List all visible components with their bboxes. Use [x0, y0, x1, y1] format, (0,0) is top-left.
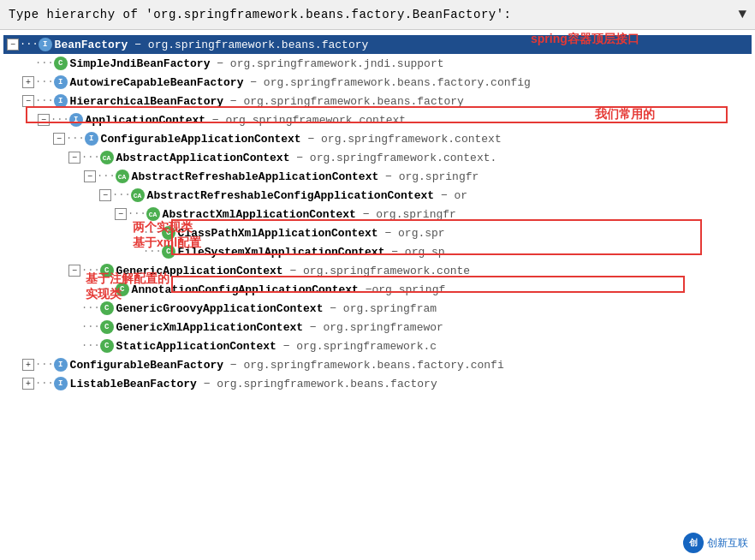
tree-row-bean-factory[interactable]: −···IBeanFactory − org.springframework.b…: [3, 35, 752, 54]
icon-abstract-app-context: CA: [100, 151, 114, 164]
icon-application-context: I: [69, 113, 83, 127]
expander-configurable-bean-factory[interactable]: +: [22, 359, 34, 371]
expander-abstract-refreshable-config[interactable]: −: [99, 189, 111, 201]
icon-configurable-app-context: I: [85, 132, 98, 146]
expander-abstract-refreshable[interactable]: −: [84, 170, 96, 182]
tree-row-autowire-capable[interactable]: +···IAutowireCapableBeanFactory − org.sp…: [3, 73, 752, 92]
tree-row-generic-app-context[interactable]: −···CGenericApplicationContext − org.spr…: [3, 261, 752, 280]
node-text-generic-app-context: GenericApplicationContext − org.springfr…: [116, 265, 470, 277]
icon-filesystem-xml: C: [162, 245, 175, 259]
node-text-bean-factory: BeanFactory − org.springframework.beans.…: [55, 39, 369, 51]
expander-abstract-xml[interactable]: −: [115, 208, 127, 220]
tree-row-generic-xml[interactable]: ···CGenericXmlApplicationContext − org.s…: [3, 318, 752, 337]
connector-hierarchical: ···: [35, 95, 54, 107]
connector-autowire-capable: ···: [35, 76, 54, 88]
icon-hierarchical: I: [54, 94, 68, 108]
tree-row-listable-bean-factory[interactable]: +···IListableBeanFactory − org.springfra…: [3, 374, 752, 393]
icon-static-app-context: C: [100, 339, 114, 353]
icon-generic-xml: C: [100, 320, 114, 334]
connector-bean-factory: ···: [20, 39, 39, 51]
node-text-generic-groovy: GenericGroovyApplicationContext − org.sp…: [116, 302, 437, 315]
node-text-static-app-context: StaticApplicationContext − org.springfra…: [116, 340, 437, 353]
expander-configurable-app-context[interactable]: −: [53, 133, 65, 145]
node-text-filesystem-xml: FileSystemXmlApplicationContext − org.sp: [178, 246, 445, 259]
icon-abstract-refreshable-config: CA: [131, 188, 145, 202]
expander-abstract-app-context[interactable]: −: [68, 152, 80, 164]
expander-listable-bean-factory[interactable]: +: [22, 378, 34, 390]
connector-annotation-config: ···: [97, 283, 116, 295]
tree-row-classpath-xml[interactable]: ···CClassPathXmlApplicationContext − org…: [3, 223, 752, 242]
icon-classpath-xml: C: [162, 226, 175, 240]
connector-abstract-refreshable: ···: [97, 170, 116, 182]
tree-row-simple-jndi[interactable]: ···CSimpleJndiBeanFactory − org.springfr…: [3, 54, 752, 73]
connector-application-context: ···: [51, 114, 69, 126]
connector-configurable-app-context: ···: [66, 133, 85, 145]
watermark: 创 创新互联: [683, 533, 748, 553]
node-text-generic-xml: GenericXmlApplicationContext − org.sprin…: [116, 321, 443, 334]
tree-row-hierarchical[interactable]: −···IHierarchicalBeanFactory − org.sprin…: [3, 92, 752, 110]
icon-configurable-bean-factory: I: [54, 358, 68, 372]
connector-abstract-app-context: ···: [81, 152, 100, 164]
header: Type hierarchy of 'org.springframework.b…: [0, 0, 755, 30]
expander-generic-app-context[interactable]: −: [68, 265, 80, 277]
expander-autowire-capable[interactable]: +: [22, 76, 34, 88]
node-text-abstract-xml: AbstractXmlApplicationContext − org.spri…: [163, 208, 456, 221]
connector-abstract-xml: ···: [128, 208, 146, 220]
connector-generic-xml: ···: [81, 321, 100, 333]
expander-application-context[interactable]: −: [38, 114, 50, 126]
tree-container: −···IBeanFactory − org.springframework.b…: [0, 30, 755, 557]
tree-row-filesystem-xml[interactable]: ···CFileSystemXmlApplicationContext − or…: [3, 242, 752, 261]
node-text-autowire-capable: AutowireCapableBeanFactory − org.springf…: [70, 76, 531, 89]
node-text-hierarchical: HierarchicalBeanFactory − org.springfram…: [70, 95, 464, 108]
node-text-configurable-bean-factory: ConfigurableBeanFactory − org.springfram…: [70, 359, 504, 372]
icon-listable-bean-factory: I: [54, 377, 68, 390]
node-text-annotation-config: AnnotationConfigApplicationContext −org.…: [132, 283, 446, 296]
watermark-icon: 创: [683, 533, 704, 553]
tree-row-annotation-config[interactable]: ···CAnnotationConfigApplicationContext −…: [3, 280, 752, 299]
node-text-simple-jndi: SimpleJndiBeanFactory − org.springframew…: [70, 57, 444, 70]
connector-configurable-bean-factory: ···: [35, 359, 54, 371]
tree-row-configurable-bean-factory[interactable]: +···IConfigurableBeanFactory − org.sprin…: [3, 355, 752, 374]
connector-generic-groovy: ···: [81, 302, 100, 314]
node-text-configurable-app-context: ConfigurableApplicationContext − org.spr…: [101, 133, 502, 146]
watermark-text: 创新互联: [707, 536, 748, 551]
expander-hierarchical[interactable]: −: [22, 95, 34, 107]
tree-row-application-context[interactable]: −···IApplicationContext − org.springfram…: [3, 110, 752, 129]
tree-row-static-app-context[interactable]: ···CStaticApplicationContext − org.sprin…: [3, 337, 752, 355]
connector-static-app-context: ···: [81, 340, 100, 352]
icon-abstract-refreshable: CA: [116, 170, 129, 183]
connector-classpath-xml: ···: [143, 227, 162, 239]
node-text-abstract-app-context: AbstractApplicationContext − org.springf…: [116, 152, 497, 164]
icon-generic-groovy: C: [100, 301, 114, 315]
tree-row-generic-groovy[interactable]: ···CGenericGroovyApplicationContext − or…: [3, 299, 752, 318]
node-text-classpath-xml: ClassPathXmlApplicationContext − org.spr: [178, 227, 445, 240]
header-title: Type hierarchy of 'org.springframework.b…: [9, 8, 512, 21]
node-text-abstract-refreshable: AbstractRefreshableApplicationContext − …: [132, 170, 479, 183]
node-text-application-context: ApplicationContext − org.springframework…: [86, 114, 406, 127]
connector-generic-app-context: ···: [81, 265, 100, 277]
node-text-abstract-refreshable-config: AbstractRefreshableConfigApplicationCont…: [147, 189, 467, 202]
connector-simple-jndi: ···: [35, 57, 54, 69]
icon-abstract-xml: CA: [146, 207, 160, 221]
icon-simple-jndi: C: [54, 57, 68, 70]
tree-row-configurable-app-context[interactable]: −···IConfigurableApplicationContext − or…: [3, 129, 752, 148]
header-arrow: ▼: [738, 7, 746, 22]
tree-row-abstract-app-context[interactable]: −···CAAbstractApplicationContext − org.s…: [3, 148, 752, 167]
tree-row-abstract-xml[interactable]: −···CAAbstractXmlApplicationContext − or…: [3, 205, 752, 223]
tree-row-abstract-refreshable-config[interactable]: −···CAAbstractRefreshableConfigApplicati…: [3, 186, 752, 205]
connector-abstract-refreshable-config: ···: [112, 189, 131, 201]
tree-row-abstract-refreshable[interactable]: −···CAAbstractRefreshableApplicationCont…: [3, 167, 752, 186]
icon-autowire-capable: I: [54, 75, 68, 89]
connector-listable-bean-factory: ···: [35, 378, 54, 390]
icon-annotation-config: C: [116, 283, 129, 296]
icon-generic-app-context: C: [100, 264, 114, 277]
node-text-listable-bean-factory: ListableBeanFactory − org.springframewor…: [70, 378, 437, 390]
expander-bean-factory[interactable]: −: [7, 39, 19, 51]
icon-bean-factory: I: [39, 38, 52, 51]
connector-filesystem-xml: ···: [143, 246, 162, 258]
